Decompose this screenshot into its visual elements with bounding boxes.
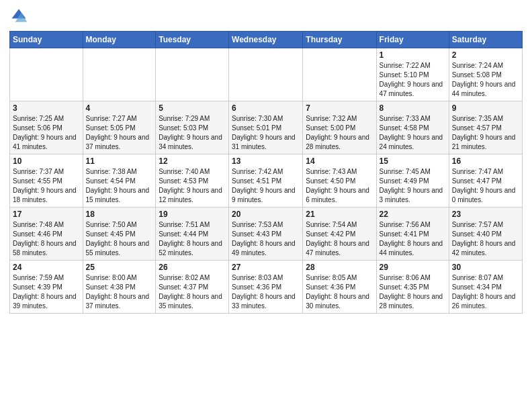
day-info: Sunrise: 8:02 AM Sunset: 4:37 PM Dayligh… bbox=[159, 273, 226, 311]
day-number: 3 bbox=[13, 103, 80, 113]
calendar-cell: 8Sunrise: 7:33 AM Sunset: 4:58 PM Daylig… bbox=[376, 101, 449, 154]
day-number: 20 bbox=[232, 210, 300, 219]
day-number: 14 bbox=[306, 156, 373, 166]
calendar-cell: 11Sunrise: 7:38 AM Sunset: 4:54 PM Dayli… bbox=[83, 154, 156, 208]
calendar-cell: 13Sunrise: 7:42 AM Sunset: 4:51 PM Dayli… bbox=[229, 154, 303, 208]
day-number: 4 bbox=[86, 103, 153, 113]
day-info: Sunrise: 8:03 AM Sunset: 4:36 PM Dayligh… bbox=[232, 273, 300, 311]
day-info: Sunrise: 7:56 AM Sunset: 4:41 PM Dayligh… bbox=[380, 220, 446, 258]
day-number: 15 bbox=[380, 156, 446, 166]
calendar-cell: 27Sunrise: 8:03 AM Sunset: 4:36 PM Dayli… bbox=[229, 261, 303, 314]
day-number: 1 bbox=[380, 50, 446, 60]
day-number: 10 bbox=[13, 156, 80, 166]
calendar-cell: 30Sunrise: 8:07 AM Sunset: 4:34 PM Dayli… bbox=[449, 261, 522, 314]
day-info: Sunrise: 7:30 AM Sunset: 5:01 PM Dayligh… bbox=[232, 114, 300, 152]
weekday-friday: Friday bbox=[376, 32, 449, 48]
calendar-cell: 22Sunrise: 7:56 AM Sunset: 4:41 PM Dayli… bbox=[376, 208, 449, 261]
day-number: 28 bbox=[306, 263, 373, 272]
day-info: Sunrise: 7:22 AM Sunset: 5:10 PM Dayligh… bbox=[380, 61, 446, 99]
day-number: 26 bbox=[159, 263, 226, 272]
day-info: Sunrise: 7:40 AM Sunset: 4:53 PM Dayligh… bbox=[159, 167, 226, 205]
calendar-cell: 28Sunrise: 8:05 AM Sunset: 4:36 PM Dayli… bbox=[303, 261, 376, 314]
day-number: 30 bbox=[452, 263, 519, 272]
weekday-tuesday: Tuesday bbox=[156, 32, 229, 48]
day-info: Sunrise: 7:43 AM Sunset: 4:50 PM Dayligh… bbox=[306, 167, 373, 205]
day-info: Sunrise: 7:38 AM Sunset: 4:54 PM Dayligh… bbox=[86, 167, 153, 205]
day-info: Sunrise: 7:35 AM Sunset: 4:57 PM Dayligh… bbox=[452, 114, 519, 152]
calendar-cell: 9Sunrise: 7:35 AM Sunset: 4:57 PM Daylig… bbox=[449, 101, 522, 154]
day-info: Sunrise: 7:45 AM Sunset: 4:49 PM Dayligh… bbox=[380, 167, 446, 205]
day-info: Sunrise: 7:24 AM Sunset: 5:08 PM Dayligh… bbox=[452, 61, 519, 99]
week-row-3: 10Sunrise: 7:37 AM Sunset: 4:55 PM Dayli… bbox=[10, 154, 523, 208]
calendar-cell: 3Sunrise: 7:25 AM Sunset: 5:06 PM Daylig… bbox=[10, 101, 83, 154]
day-info: Sunrise: 8:07 AM Sunset: 4:34 PM Dayligh… bbox=[452, 273, 519, 311]
day-number: 18 bbox=[86, 210, 153, 219]
day-number: 6 bbox=[232, 103, 300, 113]
day-info: Sunrise: 7:54 AM Sunset: 4:42 PM Dayligh… bbox=[306, 220, 373, 258]
weekday-header-row: SundayMondayTuesdayWednesdayThursdayFrid… bbox=[10, 32, 523, 48]
calendar-cell: 7Sunrise: 7:32 AM Sunset: 5:00 PM Daylig… bbox=[303, 101, 376, 154]
day-number: 23 bbox=[452, 210, 519, 219]
week-row-5: 24Sunrise: 7:59 AM Sunset: 4:39 PM Dayli… bbox=[10, 261, 523, 314]
day-number: 25 bbox=[86, 263, 153, 272]
day-number: 5 bbox=[159, 103, 226, 113]
day-number: 19 bbox=[159, 210, 226, 219]
calendar-cell: 2Sunrise: 7:24 AM Sunset: 5:08 PM Daylig… bbox=[449, 48, 522, 101]
day-info: Sunrise: 7:48 AM Sunset: 4:46 PM Dayligh… bbox=[13, 220, 80, 258]
calendar-body: 1Sunrise: 7:22 AM Sunset: 5:10 PM Daylig… bbox=[10, 48, 523, 314]
day-info: Sunrise: 7:25 AM Sunset: 5:06 PM Dayligh… bbox=[13, 114, 80, 152]
weekday-saturday: Saturday bbox=[449, 32, 522, 48]
weekday-thursday: Thursday bbox=[303, 32, 376, 48]
calendar-cell bbox=[10, 48, 83, 101]
page: SundayMondayTuesdayWednesdayThursdayFrid… bbox=[0, 0, 532, 411]
calendar-cell: 29Sunrise: 8:06 AM Sunset: 4:35 PM Dayli… bbox=[376, 261, 449, 314]
day-info: Sunrise: 7:29 AM Sunset: 5:03 PM Dayligh… bbox=[159, 114, 226, 152]
calendar-cell: 26Sunrise: 8:02 AM Sunset: 4:37 PM Dayli… bbox=[156, 261, 229, 314]
calendar-cell bbox=[156, 48, 229, 101]
calendar-cell: 19Sunrise: 7:51 AM Sunset: 4:44 PM Dayli… bbox=[156, 208, 229, 261]
weekday-wednesday: Wednesday bbox=[229, 32, 303, 48]
day-info: Sunrise: 7:27 AM Sunset: 5:05 PM Dayligh… bbox=[86, 114, 153, 152]
calendar-cell: 24Sunrise: 7:59 AM Sunset: 4:39 PM Dayli… bbox=[10, 261, 83, 314]
day-number: 17 bbox=[13, 210, 80, 219]
day-number: 27 bbox=[232, 263, 300, 272]
calendar-cell: 12Sunrise: 7:40 AM Sunset: 4:53 PM Dayli… bbox=[156, 154, 229, 208]
calendar-cell: 18Sunrise: 7:50 AM Sunset: 4:45 PM Dayli… bbox=[83, 208, 156, 261]
weekday-monday: Monday bbox=[83, 32, 156, 48]
week-row-4: 17Sunrise: 7:48 AM Sunset: 4:46 PM Dayli… bbox=[10, 208, 523, 261]
day-info: Sunrise: 7:57 AM Sunset: 4:40 PM Dayligh… bbox=[452, 220, 519, 258]
calendar-cell bbox=[83, 48, 156, 101]
logo-icon bbox=[9, 7, 28, 26]
calendar-cell: 6Sunrise: 7:30 AM Sunset: 5:01 PM Daylig… bbox=[229, 101, 303, 154]
week-row-1: 1Sunrise: 7:22 AM Sunset: 5:10 PM Daylig… bbox=[10, 48, 523, 101]
calendar-cell bbox=[229, 48, 303, 101]
day-info: Sunrise: 8:05 AM Sunset: 4:36 PM Dayligh… bbox=[306, 273, 373, 311]
calendar-cell: 5Sunrise: 7:29 AM Sunset: 5:03 PM Daylig… bbox=[156, 101, 229, 154]
week-row-2: 3Sunrise: 7:25 AM Sunset: 5:06 PM Daylig… bbox=[10, 101, 523, 154]
day-info: Sunrise: 7:50 AM Sunset: 4:45 PM Dayligh… bbox=[86, 220, 153, 258]
day-number: 7 bbox=[306, 103, 373, 113]
day-info: Sunrise: 8:06 AM Sunset: 4:35 PM Dayligh… bbox=[380, 273, 446, 311]
day-number: 13 bbox=[232, 156, 300, 166]
day-info: Sunrise: 7:33 AM Sunset: 4:58 PM Dayligh… bbox=[380, 114, 446, 152]
day-info: Sunrise: 7:59 AM Sunset: 4:39 PM Dayligh… bbox=[13, 273, 80, 311]
day-number: 2 bbox=[452, 50, 519, 60]
day-info: Sunrise: 8:00 AM Sunset: 4:38 PM Dayligh… bbox=[86, 273, 153, 311]
day-info: Sunrise: 7:37 AM Sunset: 4:55 PM Dayligh… bbox=[13, 167, 80, 205]
calendar-cell: 21Sunrise: 7:54 AM Sunset: 4:42 PM Dayli… bbox=[303, 208, 376, 261]
calendar: SundayMondayTuesdayWednesdayThursdayFrid… bbox=[9, 31, 523, 314]
day-info: Sunrise: 7:42 AM Sunset: 4:51 PM Dayligh… bbox=[232, 167, 300, 205]
day-number: 8 bbox=[380, 103, 446, 113]
day-number: 24 bbox=[13, 263, 80, 272]
calendar-cell bbox=[303, 48, 376, 101]
calendar-cell: 1Sunrise: 7:22 AM Sunset: 5:10 PM Daylig… bbox=[376, 48, 449, 101]
day-number: 9 bbox=[452, 103, 519, 113]
day-info: Sunrise: 7:53 AM Sunset: 4:43 PM Dayligh… bbox=[232, 220, 300, 258]
day-number: 22 bbox=[380, 210, 446, 219]
day-number: 16 bbox=[452, 156, 519, 166]
day-info: Sunrise: 7:51 AM Sunset: 4:44 PM Dayligh… bbox=[159, 220, 226, 258]
calendar-cell: 23Sunrise: 7:57 AM Sunset: 4:40 PM Dayli… bbox=[449, 208, 522, 261]
calendar-cell: 25Sunrise: 8:00 AM Sunset: 4:38 PM Dayli… bbox=[83, 261, 156, 314]
logo bbox=[9, 7, 31, 26]
day-number: 12 bbox=[159, 156, 226, 166]
